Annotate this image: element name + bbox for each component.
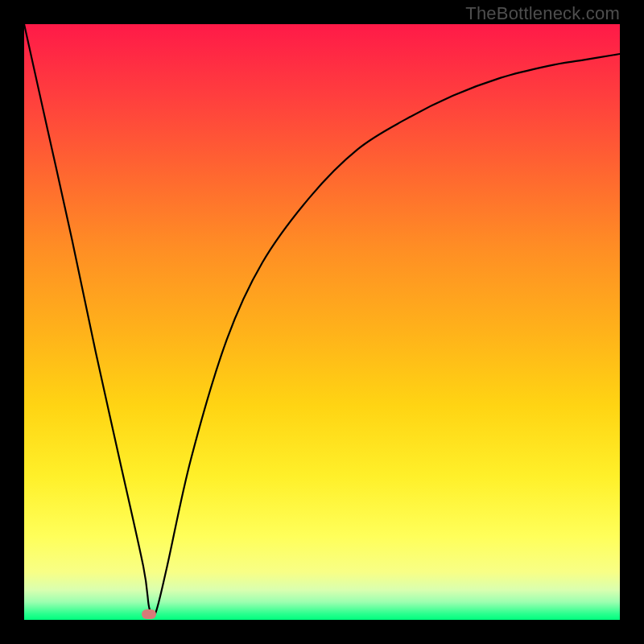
- plot-area: [24, 24, 620, 620]
- optimal-point-marker: [142, 609, 156, 619]
- chart-canvas: TheBottleneck.com: [0, 0, 644, 644]
- bottleneck-curve: [24, 24, 620, 620]
- watermark-label: TheBottleneck.com: [465, 3, 620, 24]
